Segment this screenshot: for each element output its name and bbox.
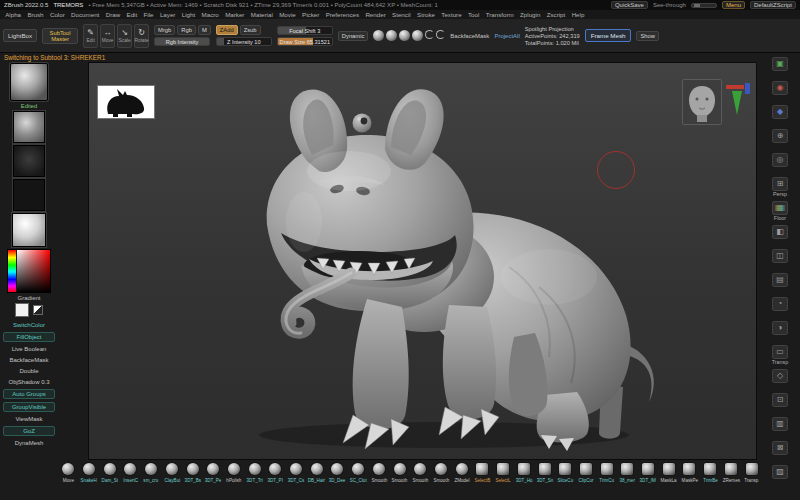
projectall-toggle[interactable]: ProjectAll [494,33,519,39]
right-shelf-button[interactable]: ▥ [772,417,788,437]
draw-size-slider[interactable]: Draw Size 65.31521 [277,37,333,46]
brush-tray-item[interactable]: 3DT_Bs [182,463,203,484]
material-sphere-icon[interactable] [386,30,397,41]
sculpt-viewport[interactable] [88,62,757,460]
menu-item[interactable]: Texture [438,11,465,18]
left-shelf-button[interactable]: FillObject [3,332,55,342]
menu-item[interactable]: Zplugin [517,11,544,18]
brush-tray-item[interactable]: Dam_St [99,463,120,484]
menu-item[interactable]: Alpha [2,11,24,18]
brush-tray-item[interactable]: 3DT_IM [638,463,659,484]
show-button[interactable]: Show [636,31,659,41]
main-color-swatch[interactable] [15,303,29,317]
mrgb-button[interactable]: Mrgb [154,25,175,35]
see-through-slider[interactable] [691,3,717,8]
frame-mesh-button[interactable]: Frame Mesh [585,29,632,42]
right-shelf-button[interactable]: ◧ [772,225,788,245]
brush-tray-item[interactable]: InsertC [120,463,141,484]
menu-item[interactable]: Movie [276,11,299,18]
backface-mask-toggle[interactable]: BackfaceMask [450,33,489,39]
right-shelf-button[interactable]: ◫ [772,249,788,269]
right-shelf-button[interactable]: ◑ [772,321,788,341]
curve-mode-icon[interactable] [436,30,445,39]
brush-tray-item[interactable]: hPolish [224,463,245,484]
right-shelf-button[interactable]: ◇ [772,369,788,389]
current-brush-thumbnail[interactable] [10,63,48,101]
saturation-value-square[interactable] [17,250,50,292]
menu-item[interactable]: Edit [123,11,140,18]
right-shelf-button[interactable]: ◎ [772,153,788,173]
left-shelf-button[interactable]: Double [3,367,55,375]
right-shelf-button[interactable]: ⊞ Persp [772,177,788,197]
menu-item[interactable]: Stencil [389,11,414,18]
right-shelf-button[interactable]: ▭ Transp [772,345,789,365]
left-shelf-button[interactable]: Auto Groups [3,389,55,399]
menu-item[interactable]: Document [68,11,103,18]
brush-tray-item[interactable]: ClipCur [576,463,597,484]
menu-item[interactable]: Light [179,11,199,18]
menu-button[interactable]: Menu [722,1,745,9]
zadd-button[interactable]: ZAdd [216,25,238,35]
left-shelf-button[interactable]: DynaMesh [3,439,55,447]
menu-item[interactable]: Render [362,11,389,18]
right-shelf-button[interactable]: ◆ [772,105,788,125]
right-shelf-button[interactable]: ▣ [772,57,788,77]
hue-strip[interactable] [8,250,16,292]
brush-tray-item[interactable]: SelectB [472,463,493,484]
brush-tray-item[interactable]: SelectL [493,463,514,484]
brush-tray-item[interactable]: 3DT_Cs [286,463,307,484]
lightbox-button[interactable]: LightBox [3,29,37,42]
brush-tray-item[interactable]: 3DT_PI [265,463,286,484]
stroke-thumbnail[interactable] [13,111,45,143]
material-sphere-icon[interactable] [399,30,410,41]
texture-thumbnail[interactable] [13,179,45,211]
brush-tray-item[interactable]: SC_Clot [348,463,369,484]
brush-tray-item[interactable]: 3D_Dee [327,463,348,484]
menu-item[interactable]: File [140,11,156,18]
brush-tray-item[interactable]: TrimCu [596,463,617,484]
transform-button[interactable]: ↔ Move [100,24,115,48]
left-shelf-button[interactable]: ObjShadow 0.3 [3,378,55,386]
brush-tray-item[interactable]: 3DT_Sn [534,463,555,484]
left-shelf-button[interactable]: GoZ [3,426,55,436]
document-preview-thumbnail[interactable] [97,85,155,119]
brush-tray-item[interactable]: TrimBe [700,463,721,484]
right-shelf-button[interactable]: ▨ [772,465,788,485]
brush-tray-item[interactable]: 3DT_Ho [513,463,534,484]
left-shelf-button[interactable]: SwitchColor [3,321,55,329]
axis-gizmo-icon[interactable] [726,83,752,119]
menu-item[interactable]: Stroke [414,11,438,18]
spotlight-projection-label[interactable]: Spotlight Projection [525,26,580,32]
menu-item[interactable]: Preferences [322,11,362,18]
menu-item[interactable]: Help [568,11,587,18]
left-shelf-button[interactable]: Live Boolean [3,345,55,353]
brush-tray-item[interactable]: 3DT_Pe [203,463,224,484]
transform-button[interactable]: ↻ Rotate [134,24,149,48]
right-shelf-button[interactable]: ▦ Floor [772,201,788,221]
left-shelf-button[interactable]: GroupVisible [3,402,55,412]
transform-button[interactable]: ✎ Edit [83,24,98,48]
brush-tray-item[interactable]: sm_cru [141,463,162,484]
menu-item[interactable]: Macro [198,11,222,18]
brush-tray-item[interactable]: ZRemes [721,463,742,484]
alpha-thumbnail[interactable] [13,145,45,177]
right-shelf-button[interactable]: ⊡ [772,393,788,413]
menu-item[interactable]: Draw [103,11,124,18]
focal-shift-slider[interactable]: Focal Shift 3 [277,26,333,35]
left-shelf-button[interactable]: ViewMask [3,415,55,423]
rgb-intensity-slider[interactable]: Rgb Intensity [154,37,210,46]
brush-tray-item[interactable]: ZModel [451,463,472,484]
right-shelf-button[interactable]: ⊠ [772,441,788,461]
brush-tray-item[interactable]: Smooth [389,463,410,484]
right-shelf-button[interactable]: ◉ [772,81,788,101]
brush-tray-item[interactable]: SliceCu [555,463,576,484]
material-sphere-icon[interactable] [373,30,384,41]
m-button[interactable]: M [198,25,211,35]
profile-button[interactable]: DefaultZScript [750,1,796,9]
curve-mode-icon[interactable] [425,30,434,39]
z-intensity-slider[interactable]: Z Intensity 10 [216,37,272,46]
rgb-button[interactable]: Rgb [177,25,196,35]
brush-tray-item[interactable]: MaskLa [658,463,679,484]
color-picker[interactable] [7,249,51,293]
subtool-master-button[interactable]: SubTool Master [42,28,78,44]
